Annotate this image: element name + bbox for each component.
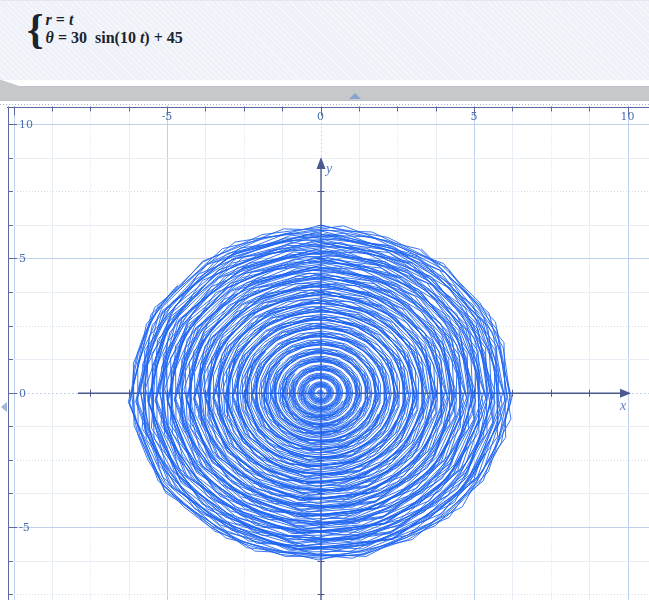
- graph-region: x y -505101050-5: [0, 101, 649, 600]
- equation-segment: ) + 45: [144, 29, 182, 46]
- equation-line-theta: θ = 30 sin(10 t) + 45: [46, 29, 183, 47]
- y-axis-label: y: [326, 161, 332, 177]
- equation-segment: t: [69, 11, 73, 28]
- y-axis-tick-label: 10: [19, 118, 33, 131]
- y-axis-tick-label: 5: [19, 252, 26, 265]
- graphing-app-window: { r = t θ = 30 sin(10 t) + 45 x y -50510…: [0, 0, 649, 600]
- x-axis-label: x: [620, 398, 626, 414]
- y-axis-tick-label: -5: [19, 520, 30, 533]
- x-axis-tick-label: -5: [162, 110, 173, 123]
- splitter-bar[interactable]: [0, 86, 649, 101]
- panel-splitter[interactable]: [0, 79, 649, 101]
- left-collapse-left-triangle-icon[interactable]: [1, 402, 7, 412]
- graph-canvas[interactable]: [0, 101, 649, 600]
- equation-brace: {: [27, 9, 44, 49]
- x-axis-tick-label: 10: [621, 110, 635, 123]
- equation-segment: =: [52, 11, 69, 28]
- x-axis-tick-label: 5: [471, 110, 478, 123]
- equation-system: { r = t θ = 30 sin(10 t) + 45: [27, 9, 183, 49]
- equation-segment: = 30 sin(10: [54, 29, 140, 46]
- splitter-left-cap: [0, 79, 20, 98]
- y-axis-tick-label: 0: [19, 386, 26, 399]
- equation-panel[interactable]: { r = t θ = 30 sin(10 t) + 45: [0, 0, 649, 80]
- equation-line-r: r = t: [46, 11, 183, 29]
- x-axis-tick-label: 0: [317, 110, 324, 123]
- equation-segment: θ: [46, 29, 54, 46]
- equation-lines: r = t θ = 30 sin(10 t) + 45: [46, 11, 183, 47]
- splitter-collapse-up-triangle-icon[interactable]: [349, 93, 361, 99]
